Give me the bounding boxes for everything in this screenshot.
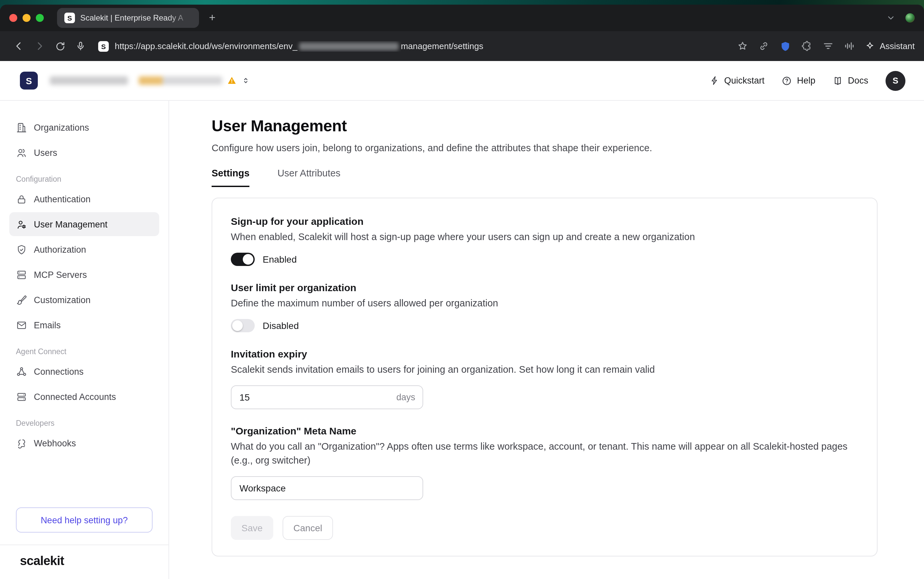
waveform-icon[interactable] <box>844 41 855 52</box>
user-gear-icon <box>16 219 27 230</box>
setting-org-meta-name: "Organization" Meta Name What do you cal… <box>231 425 859 500</box>
close-window-button[interactable] <box>9 14 17 22</box>
sidebar-item-users[interactable]: Users <box>9 141 159 165</box>
workspace-name-redacted <box>50 76 128 85</box>
scalekit-app: S Quickstart Help <box>0 61 924 579</box>
signup-toggle-label: Enabled <box>263 254 297 265</box>
selector-chevrons-icon <box>242 76 250 85</box>
setting-description: Scalekit sends invitation emails to user… <box>231 363 859 377</box>
org-meta-name-input[interactable] <box>231 476 423 500</box>
screenshot-stage: S Scalekit | Enterprise Ready A + S http… <box>0 0 924 579</box>
environment-selector[interactable] <box>139 75 250 85</box>
days-unit-suffix: days <box>396 392 415 402</box>
assistant-label: Assistant <box>880 41 915 51</box>
setting-title: Invitation expiry <box>231 348 859 360</box>
quickstart-button[interactable]: Quickstart <box>710 75 764 85</box>
sidebar-item-authentication[interactable]: Authentication <box>9 187 159 211</box>
webhook-icon <box>16 437 27 449</box>
assistant-icon <box>865 41 875 51</box>
stacked-cards-icon <box>16 391 27 402</box>
tab-bar: Settings User Attributes <box>212 168 924 187</box>
users-icon <box>16 147 27 158</box>
copy-link-button[interactable] <box>759 41 770 52</box>
cancel-button[interactable]: Cancel <box>283 516 333 540</box>
sidebar-item-emails[interactable]: Emails <box>9 313 159 337</box>
sidebar-item-mcp-servers[interactable]: MCP Servers <box>9 263 159 286</box>
mail-icon <box>16 319 27 330</box>
setting-user-limit: User limit per organization Define the m… <box>231 282 859 332</box>
tab-search-chevron-icon[interactable] <box>886 13 896 23</box>
invitation-expiry-input[interactable] <box>231 385 423 409</box>
save-button[interactable]: Save <box>231 516 273 540</box>
docs-button[interactable]: Docs <box>832 75 868 86</box>
main-content: User Management Configure how users join… <box>169 101 924 579</box>
paintbrush-icon <box>16 294 27 306</box>
tab-settings[interactable]: Settings <box>212 168 249 187</box>
section-label-developers: Developers <box>9 419 159 427</box>
server-icon <box>16 269 27 280</box>
reload-button[interactable] <box>51 36 70 56</box>
sidebar-item-customization[interactable]: Customization <box>9 288 159 312</box>
minimize-window-button[interactable] <box>23 14 31 22</box>
sidebar-item-connected-accounts[interactable]: Connected Accounts <box>9 385 159 409</box>
browser-profile-avatar[interactable] <box>905 13 915 23</box>
browser-tabstrip: S Scalekit | Enterprise Ready A + <box>0 5 924 31</box>
password-shield-extension-icon[interactable] <box>780 40 792 52</box>
environment-name-redacted <box>139 76 222 85</box>
sidebar-item-user-management[interactable]: User Management <box>9 212 159 236</box>
address-bar[interactable]: S https://app.scalekit.cloud/ws/environm… <box>98 41 728 51</box>
user-limit-toggle-label: Disabled <box>263 321 299 331</box>
sidebar-item-webhooks[interactable]: Webhooks <box>9 431 159 455</box>
setting-title: Sign-up for your application <box>231 216 859 227</box>
setting-invitation-expiry: Invitation expiry Scalekit sends invitat… <box>231 348 859 409</box>
settings-card: Sign-up for your application When enable… <box>212 198 878 556</box>
url-redacted-segment <box>299 43 399 51</box>
zoom-window-button[interactable] <box>36 14 44 22</box>
signup-toggle[interactable] <box>231 253 255 266</box>
warning-icon <box>227 75 237 85</box>
user-limit-toggle[interactable] <box>231 319 255 332</box>
browser-navbar: S https://app.scalekit.cloud/ws/environm… <box>0 31 924 61</box>
browser-window: S Scalekit | Enterprise Ready A + S http… <box>0 5 924 579</box>
url-text: https://app.scalekit.cloud/ws/environmen… <box>115 41 483 51</box>
traffic-lights <box>9 14 44 22</box>
shield-check-icon <box>16 244 27 255</box>
sidebar-item-organizations[interactable]: Organizations <box>9 115 159 139</box>
setting-title: "Organization" Meta Name <box>231 425 859 437</box>
setting-description: When enabled, Scalekit will host a sign-… <box>231 230 859 244</box>
building-icon <box>16 122 27 133</box>
user-avatar[interactable]: S <box>886 70 905 90</box>
filter-lines-icon[interactable] <box>823 41 834 52</box>
section-label-agent-connect: Agent Connect <box>9 348 159 355</box>
assistant-button[interactable]: Assistant <box>865 41 915 51</box>
sidebar-item-connections[interactable]: Connections <box>9 360 159 383</box>
tab-favicon: S <box>64 13 75 23</box>
sidebar-item-authorization[interactable]: Authorization <box>9 237 159 261</box>
sidebar: Organizations Users Configuration Authen… <box>0 101 169 579</box>
setting-description: What do you call an "Organization"? Apps… <box>231 440 859 468</box>
setting-signup: Sign-up for your application When enable… <box>231 216 859 266</box>
page-title: User Management <box>212 117 924 135</box>
need-help-button[interactable]: Need help setting up? <box>16 507 152 533</box>
tab-title: Scalekit | Enterprise Ready A <box>80 13 192 23</box>
desktop-wallpaper: S Scalekit | Enterprise Ready A + S http… <box>0 0 924 579</box>
tab-user-attributes[interactable]: User Attributes <box>277 168 340 187</box>
browser-tab[interactable]: S Scalekit | Enterprise Ready A <box>57 8 199 28</box>
scalekit-wordmark: scalekit <box>20 554 64 568</box>
back-button[interactable] <box>9 36 28 56</box>
extensions-puzzle-icon[interactable] <box>801 41 813 52</box>
network-icon <box>16 366 27 377</box>
page-subtitle: Configure how users join, belong to orga… <box>212 142 924 153</box>
form-actions: Save Cancel <box>231 516 859 540</box>
help-button[interactable]: Help <box>782 75 816 86</box>
new-tab-button[interactable]: + <box>209 11 216 25</box>
setting-description: Define the maximum number of users allow… <box>231 296 859 311</box>
microphone-button[interactable] <box>71 36 90 56</box>
setting-title: User limit per organization <box>231 282 859 293</box>
section-label-configuration: Configuration <box>9 175 159 183</box>
bookmark-star-button[interactable] <box>737 41 749 52</box>
lock-icon <box>16 193 27 204</box>
scalekit-logo: S <box>20 72 38 90</box>
forward-button[interactable] <box>30 36 49 56</box>
app-header: S Quickstart Help <box>0 61 924 101</box>
